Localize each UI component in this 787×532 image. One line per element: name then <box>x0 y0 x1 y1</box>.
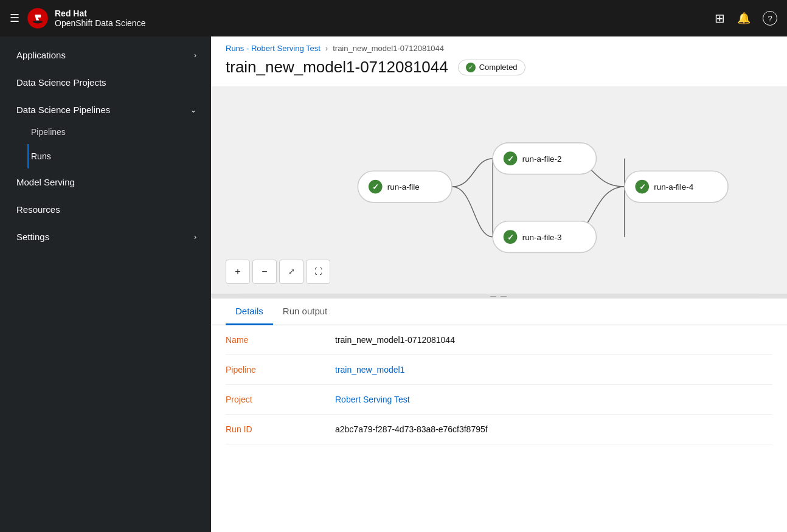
svg-text:✓: ✓ <box>507 233 514 242</box>
sidebar-item-applications[interactable]: Applications › <box>0 41 211 69</box>
main-layout: Applications › Data Science Projects Dat… <box>0 36 787 532</box>
chevron-down-icon: ⌄ <box>190 106 196 114</box>
chevron-right-icon-settings: › <box>194 233 196 241</box>
svg-text:✓: ✓ <box>372 182 379 192</box>
top-nav: ☰ Red Hat OpenShift Data Science ⊞ 🔔 ? <box>0 0 787 36</box>
brand: Red Hat OpenShift Data Science <box>27 7 145 29</box>
status-badge: ✓ Completed <box>458 60 525 75</box>
topnav-right: ⊞ 🔔 ? <box>715 11 777 26</box>
detail-row-name: Name train_new_model1-0712081044 <box>226 325 772 355</box>
hamburger-menu-icon[interactable]: ☰ <box>10 12 19 25</box>
sidebar: Applications › Data Science Projects Dat… <box>0 36 211 532</box>
bell-icon[interactable]: 🔔 <box>737 12 751 25</box>
detail-label-run-id: Run ID <box>226 424 335 434</box>
details-section: Name train_new_model1-0712081044 Pipelin… <box>211 325 787 533</box>
detail-value-project[interactable]: Robert Serving Test <box>335 395 410 404</box>
sidebar-item-data-science-pipelines[interactable]: Data Science Pipelines ⌄ <box>0 96 211 120</box>
fit-button[interactable]: ⤢ <box>279 260 303 284</box>
page-title: train_new_model1-0712081044 <box>226 58 448 77</box>
svg-text:✓: ✓ <box>639 182 646 192</box>
sidebar-item-applications-label: Applications <box>16 50 66 60</box>
tab-run-output[interactable]: Run output <box>273 299 337 325</box>
brand-text: Red Hat OpenShift Data Science <box>55 9 145 28</box>
page-header: train_new_model1-0712081044 ✓ Completed <box>211 53 787 86</box>
sidebar-item-model-serving-label: Model Serving <box>16 177 75 187</box>
tab-details[interactable]: Details <box>226 299 273 325</box>
zoom-controls: + − ⤢ ⛶ <box>226 260 330 284</box>
topnav-left: ☰ Red Hat OpenShift Data Science <box>10 7 145 29</box>
detail-value-pipeline[interactable]: train_new_model1 <box>335 365 404 375</box>
sidebar-item-data-science-projects-label: Data Science Projects <box>16 77 106 88</box>
svg-text:✓: ✓ <box>507 154 514 164</box>
content-area: Runs - Robert Serving Test › train_new_m… <box>211 36 787 532</box>
breadcrumb-parent-link[interactable]: Runs - Robert Serving Test <box>226 44 321 53</box>
sidebar-item-resources-label: Resources <box>16 204 60 215</box>
sidebar-item-settings[interactable]: Settings › <box>0 223 211 250</box>
sidebar-item-settings-label: Settings <box>16 232 49 242</box>
svg-text:run-a-file: run-a-file <box>387 182 420 192</box>
sidebar-item-resources[interactable]: Resources <box>0 196 211 223</box>
apps-icon[interactable]: ⊞ <box>715 11 725 26</box>
detail-row-pipeline: Pipeline train_new_model1 <box>226 355 772 385</box>
pipeline-graph: ✓ run-a-file ✓ run-a-file-2 ✓ run-a-file… <box>211 86 787 294</box>
breadcrumb: Runs - Robert Serving Test › train_new_m… <box>211 36 787 53</box>
breadcrumb-separator: › <box>325 44 328 53</box>
sidebar-item-data-science-pipelines-label: Data Science Pipelines <box>16 105 110 115</box>
tabs: Details Run output <box>211 299 787 325</box>
sidebar-item-data-science-projects[interactable]: Data Science Projects <box>0 69 211 96</box>
redhat-logo <box>27 7 49 29</box>
sidebar-sub-item-runs[interactable]: Runs <box>27 144 211 168</box>
drag-handle[interactable]: — — <box>211 294 787 299</box>
detail-value-name: train_new_model1-0712081044 <box>335 335 455 345</box>
status-check-icon: ✓ <box>466 63 476 72</box>
sidebar-sub-item-runs-label: Runs <box>31 151 51 161</box>
sidebar-sub-item-pipelines[interactable]: Pipelines <box>29 120 211 144</box>
chevron-right-icon: › <box>194 51 196 60</box>
svg-text:run-a-file-3: run-a-file-3 <box>522 233 562 242</box>
sidebar-sub-pipelines-group: Pipelines Runs <box>0 120 211 168</box>
detail-label-name: Name <box>226 335 335 345</box>
detail-value-run-id: a2bc7a79-f287-4d73-83a8-e76cf3f8795f <box>335 424 488 434</box>
sidebar-sub-item-pipelines-label: Pipelines <box>31 127 66 137</box>
zoom-in-button[interactable]: + <box>226 260 250 284</box>
zoom-out-button[interactable]: − <box>252 260 277 284</box>
detail-row-project: Project Robert Serving Test <box>226 385 772 415</box>
brand-line1: Red Hat <box>55 9 145 18</box>
detail-row-run-id: Run ID a2bc7a79-f287-4d73-83a8-e76cf3f87… <box>226 415 772 444</box>
breadcrumb-current: train_new_model1-0712081044 <box>333 44 444 53</box>
svg-text:run-a-file-2: run-a-file-2 <box>522 154 562 164</box>
svg-text:run-a-file-4: run-a-file-4 <box>654 182 693 192</box>
detail-label-pipeline: Pipeline <box>226 365 335 375</box>
status-label: Completed <box>479 63 518 72</box>
expand-button[interactable]: ⛶ <box>306 260 330 284</box>
help-icon[interactable]: ? <box>763 11 777 26</box>
brand-line2: OpenShift Data Science <box>55 18 145 28</box>
detail-label-project: Project <box>226 395 335 404</box>
sidebar-item-model-serving[interactable]: Model Serving <box>0 168 211 196</box>
